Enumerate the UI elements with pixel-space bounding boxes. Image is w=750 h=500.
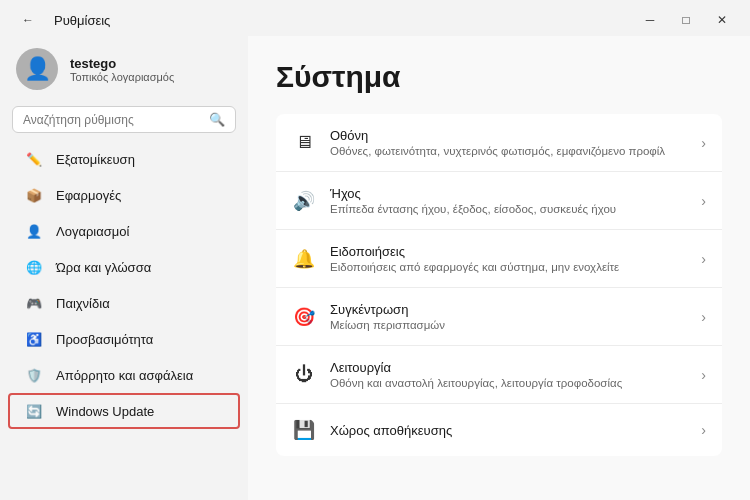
chevron-icon-xoros: › [701, 422, 706, 438]
settings-item-leitourgia[interactable]: ⏻ Λειτουργία Οθόνη και αναστολή λειτουργ… [276, 346, 722, 404]
settings-icon-eidopoiiseis: 🔔 [292, 247, 316, 271]
sidebar-item-paixnidia[interactable]: 🎮 Παιχνίδια [8, 285, 240, 321]
titlebar-left: ← Ρυθμίσεις [12, 8, 110, 32]
settings-desc-leitourgia: Οθόνη και αναστολή λειτουργίας, λειτουργ… [330, 377, 687, 389]
nav-label-aporrito: Απόρρητο και ασφάλεια [56, 368, 193, 383]
nav-label-paixnidia: Παιχνίδια [56, 296, 110, 311]
titlebar: ← Ρυθμίσεις ─ □ ✕ [0, 0, 750, 36]
settings-text-ichos: Ήχος Επίπεδα έντασης ήχου, έξοδος, είσοδ… [330, 186, 687, 215]
nav-icon-paixnidia: 🎮 [24, 293, 44, 313]
back-button[interactable]: ← [12, 8, 44, 32]
chevron-icon-eidopoiiseis: › [701, 251, 706, 267]
settings-text-othoni: Οθόνη Οθόνες, φωτεινότητα, νυχτερινός φω… [330, 128, 687, 157]
sidebar-item-ora[interactable]: 🌐 Ώρα και γλώσσα [8, 249, 240, 285]
sidebar-item-prosvasimotita[interactable]: ♿ Προσβασιμότητα [8, 321, 240, 357]
settings-desc-sygkentrosi: Μείωση περισπασμών [330, 319, 687, 331]
settings-item-othoni[interactable]: 🖥 Οθόνη Οθόνες, φωτεινότητα, νυχτερινός … [276, 114, 722, 172]
nav-label-prosvasimotita: Προσβασιμότητα [56, 332, 153, 347]
sidebar-item-windows-update[interactable]: 🔄 Windows Update [8, 393, 240, 429]
settings-icon-ichos: 🔊 [292, 189, 316, 213]
settings-item-ichos[interactable]: 🔊 Ήχος Επίπεδα έντασης ήχου, έξοδος, είσ… [276, 172, 722, 230]
user-section[interactable]: 👤 testego Τοπικός λογαριασμός [0, 36, 248, 102]
settings-desc-othoni: Οθόνες, φωτεινότητα, νυχτερινός φωτισμός… [330, 145, 687, 157]
maximize-button[interactable]: □ [670, 8, 702, 32]
settings-item-sygkentrosi[interactable]: 🎯 Συγκέντρωση Μείωση περισπασμών › [276, 288, 722, 346]
settings-text-leitourgia: Λειτουργία Οθόνη και αναστολή λειτουργία… [330, 360, 687, 389]
settings-desc-ichos: Επίπεδα έντασης ήχου, έξοδος, είσοδος, σ… [330, 203, 687, 215]
settings-icon-xoros: 💾 [292, 418, 316, 442]
main-layout: 👤 testego Τοπικός λογαριασμός 🔍 ✏️ Εξατο… [0, 36, 750, 500]
user-info: testego Τοπικός λογαριασμός [70, 56, 174, 83]
settings-icon-sygkentrosi: 🎯 [292, 305, 316, 329]
search-input[interactable] [23, 113, 203, 127]
nav-icon-logariasmi: 👤 [24, 221, 44, 241]
chevron-icon-ichos: › [701, 193, 706, 209]
search-icon: 🔍 [209, 112, 225, 127]
page-title: Σύστημα [276, 60, 722, 94]
settings-text-sygkentrosi: Συγκέντρωση Μείωση περισπασμών [330, 302, 687, 331]
settings-title-xoros: Χώρος αποθήκευσης [330, 423, 687, 438]
sidebar: 👤 testego Τοπικός λογαριασμός 🔍 ✏️ Εξατο… [0, 36, 248, 500]
settings-icon-othoni: 🖥 [292, 131, 316, 155]
settings-desc-eidopoiiseis: Ειδοποιήσεις από εφαρμογές και σύστημα, … [330, 261, 687, 273]
nav-label-ora: Ώρα και γλώσσα [56, 260, 151, 275]
user-name: testego [70, 56, 174, 71]
nav-icon-eksatomikefsi: ✏️ [24, 149, 44, 169]
chevron-icon-sygkentrosi: › [701, 309, 706, 325]
settings-title-leitourgia: Λειτουργία [330, 360, 687, 375]
nav-label-logariasmi: Λογαριασμοί [56, 224, 129, 239]
content-area: Σύστημα 🖥 Οθόνη Οθόνες, φωτεινότητα, νυχ… [248, 36, 750, 500]
settings-item-xoros[interactable]: 💾 Χώρος αποθήκευσης › [276, 404, 722, 456]
nav-label-eksatomikefsi: Εξατομίκευση [56, 152, 135, 167]
minimize-button[interactable]: ─ [634, 8, 666, 32]
sidebar-item-logariasmi[interactable]: 👤 Λογαριασμοί [8, 213, 240, 249]
settings-item-eidopoiiseis[interactable]: 🔔 Ειδοποιήσεις Ειδοποιήσεις από εφαρμογέ… [276, 230, 722, 288]
settings-text-eidopoiiseis: Ειδοποιήσεις Ειδοποιήσεις από εφαρμογές … [330, 244, 687, 273]
settings-title-sygkentrosi: Συγκέντρωση [330, 302, 687, 317]
nav-icon-windows-update: 🔄 [24, 401, 44, 421]
settings-text-xoros: Χώρος αποθήκευσης [330, 423, 687, 438]
settings-title-othoni: Οθόνη [330, 128, 687, 143]
close-button[interactable]: ✕ [706, 8, 738, 32]
titlebar-controls: ─ □ ✕ [634, 8, 738, 32]
settings-list: 🖥 Οθόνη Οθόνες, φωτεινότητα, νυχτερινός … [276, 114, 722, 456]
titlebar-title: Ρυθμίσεις [54, 13, 110, 28]
settings-title-eidopoiiseis: Ειδοποιήσεις [330, 244, 687, 259]
chevron-icon-othoni: › [701, 135, 706, 151]
avatar-icon: 👤 [24, 56, 51, 82]
search-box[interactable]: 🔍 [12, 106, 236, 133]
nav-icon-prosvasimotita: ♿ [24, 329, 44, 349]
settings-icon-leitourgia: ⏻ [292, 363, 316, 387]
nav-icon-aporrito: 🛡️ [24, 365, 44, 385]
nav-label-windows-update: Windows Update [56, 404, 154, 419]
nav-icon-ora: 🌐 [24, 257, 44, 277]
nav-icon-efarmogees: 📦 [24, 185, 44, 205]
sidebar-item-efarmogees[interactable]: 📦 Εφαρμογές [8, 177, 240, 213]
nav-label-efarmogees: Εφαρμογές [56, 188, 121, 203]
chevron-icon-leitourgia: › [701, 367, 706, 383]
sidebar-item-eksatomikefsi[interactable]: ✏️ Εξατομίκευση [8, 141, 240, 177]
avatar: 👤 [16, 48, 58, 90]
sidebar-item-aporrito[interactable]: 🛡️ Απόρρητο και ασφάλεια [8, 357, 240, 393]
user-subtitle: Τοπικός λογαριασμός [70, 71, 174, 83]
nav-list: ✏️ Εξατομίκευση 📦 Εφαρμογές 👤 Λογαριασμο… [0, 141, 248, 429]
settings-title-ichos: Ήχος [330, 186, 687, 201]
